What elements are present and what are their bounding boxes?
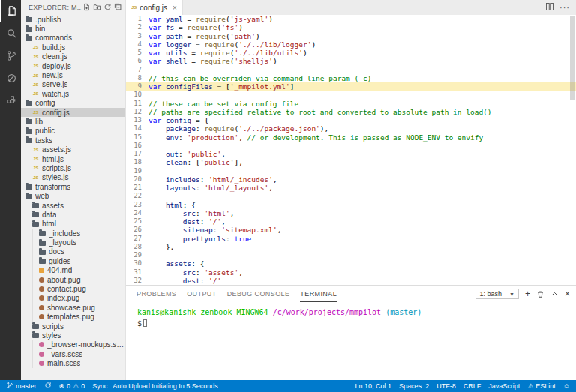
code-line-3[interactable]: 3var path = require('path'): [126, 32, 576, 40]
terminal-shell-select[interactable]: 1: bash ▼: [476, 289, 519, 299]
code-line-7[interactable]: 7: [126, 66, 576, 74]
tree-item-serve.js[interactable]: JSserve.js: [21, 80, 125, 89]
code-line-31[interactable]: 31 src: 'assets',: [126, 268, 576, 277]
tree-item-bin[interactable]: bin: [21, 24, 125, 33]
tree-item-commands[interactable]: commands: [21, 34, 125, 43]
activity-extensions[interactable]: [0, 90, 21, 112]
code-line-27[interactable]: 27 prettyurls: true: [126, 235, 576, 243]
maximize-panel-icon[interactable]: [550, 290, 559, 298]
new-folder-icon[interactable]: [93, 3, 101, 13]
tree-item-data[interactable]: data: [21, 210, 125, 219]
code-line-32[interactable]: 32 dest: '/': [126, 277, 576, 285]
tab-close-icon[interactable]: ×: [172, 4, 177, 12]
tree-item-main.scss[interactable]: main.scss: [21, 358, 125, 367]
tree-item-web[interactable]: web: [21, 191, 125, 200]
code-line-17[interactable]: 17 out: 'public',: [126, 150, 576, 158]
tree-item-clean.js[interactable]: JSclean.js: [21, 52, 125, 61]
code-line-12[interactable]: 12// paths are specified relative to roo…: [126, 108, 576, 116]
tab-config-js[interactable]: JS config.js ×: [126, 0, 183, 15]
tree-item-about.pug[interactable]: about.pug: [21, 275, 125, 284]
close-panel-icon[interactable]: ×: [565, 290, 570, 298]
panel-tab-debug-console[interactable]: DEBUG CONSOLE: [227, 286, 290, 302]
tree-item-lib[interactable]: lib: [21, 117, 125, 126]
tree-item-styles[interactable]: styles: [21, 331, 125, 340]
activity-explorer[interactable]: [0, 0, 21, 22]
sync-status[interactable]: [44, 382, 52, 391]
activity-search[interactable]: [0, 22, 21, 45]
cursor-position[interactable]: Ln 10, Col 1: [356, 382, 392, 390]
tree-item-transforms[interactable]: transforms: [21, 182, 125, 191]
code-line-28[interactable]: 28 },: [126, 243, 576, 251]
editor-scrollbar[interactable]: [568, 15, 576, 285]
tree-item-_includes[interactable]: _includes: [21, 229, 125, 238]
code-line-1[interactable]: 1var yaml = require('js-yaml'): [126, 15, 576, 23]
tree-item-watch.js[interactable]: JSwatch.js: [21, 89, 125, 98]
panel-tab-output[interactable]: OUTPUT: [187, 286, 216, 302]
tree-item-html.js[interactable]: JShtml.js: [21, 154, 125, 163]
terminal-input-line[interactable]: $: [137, 318, 576, 329]
code-line-22[interactable]: 22: [126, 192, 576, 200]
panel-tab-problems[interactable]: PROBLEMS: [136, 286, 176, 302]
code-line-9[interactable]: 9var configFiles = ['_mmpilot.yml']: [126, 82, 576, 91]
tree-item-scripts.js[interactable]: JSscripts.js: [21, 163, 125, 172]
collapse-all-icon[interactable]: [114, 3, 122, 13]
kill-terminal-icon[interactable]: [536, 290, 544, 298]
code-line-23[interactable]: 23 html: {: [126, 201, 576, 209]
line-endings[interactable]: CRLF: [464, 382, 482, 390]
code-line-26[interactable]: 26 sitemap: 'sitemap.xml',: [126, 226, 576, 234]
tree-item-deploy.js[interactable]: JSdeploy.js: [21, 61, 125, 70]
tree-item-404.md[interactable]: 404.md: [21, 266, 125, 275]
tree-item-assets[interactable]: assets: [21, 201, 125, 210]
tree-item-tasks[interactable]: tasks: [21, 136, 125, 145]
code-line-25[interactable]: 25 dest: '/',: [126, 217, 576, 226]
code-line-24[interactable]: 24 src: 'html',: [126, 209, 576, 217]
code-line-20[interactable]: 20 includes: 'html/_incudes',: [126, 175, 576, 184]
git-branch-status[interactable]: master: [6, 382, 37, 391]
activity-debug[interactable]: [0, 67, 21, 90]
code-line-15[interactable]: 15 env: 'production', // or development.…: [126, 133, 576, 142]
new-file-icon[interactable]: [82, 3, 91, 13]
tree-item-_layouts[interactable]: _layouts: [21, 238, 125, 247]
terminal[interactable]: kanis@kanishk-zenbook MINGW64 /c/work/pr…: [126, 302, 576, 380]
tree-item-_browser-mockups.scss[interactable]: _browser-mockups.scss: [21, 340, 125, 349]
code-line-29[interactable]: 29: [126, 251, 576, 259]
code-line-18[interactable]: 18 clean: ['public'],: [126, 158, 576, 166]
code-line-5[interactable]: 5var utils = require('./../lib/utils'): [126, 49, 576, 57]
code-line-10[interactable]: 10: [126, 91, 576, 99]
code-line-13[interactable]: 13var config = {: [126, 116, 576, 124]
indentation-setting[interactable]: Spaces: 2: [399, 382, 429, 390]
split-editor-icon[interactable]: [545, 2, 554, 13]
new-terminal-icon[interactable]: +: [525, 290, 530, 298]
tree-item-config.js[interactable]: JSconfig.js: [21, 108, 125, 117]
code-line-2[interactable]: 2var fs = require('fs'): [126, 23, 576, 31]
panel-tab-terminal[interactable]: TERMINAL: [300, 286, 337, 302]
code-line-16[interactable]: 16: [126, 142, 576, 150]
tree-item-build.js[interactable]: JSbuild.js: [21, 43, 125, 52]
code-line-14[interactable]: 14 package: require('./../package.json')…: [126, 124, 576, 133]
tree-item-_vars.scss[interactable]: _vars.scss: [21, 349, 125, 358]
code-editor[interactable]: 1var yaml = require('js-yaml')2var fs = …: [126, 15, 576, 285]
tree-item-public[interactable]: public: [21, 127, 125, 136]
tree-item-html[interactable]: html: [21, 220, 125, 229]
tree-item-guides[interactable]: guides: [21, 256, 125, 265]
more-actions-icon[interactable]: ···: [560, 3, 570, 12]
language-mode[interactable]: JavaScript: [488, 382, 520, 390]
activity-source-control[interactable]: [0, 45, 21, 67]
tree-item-scripts[interactable]: scripts: [21, 322, 125, 331]
tree-item-docs[interactable]: docs: [21, 247, 125, 256]
tree-item-index.pug[interactable]: index.pug: [21, 294, 125, 303]
problems-status[interactable]: ⊗ 0 ⚠ 0: [59, 382, 86, 390]
tree-item-showcase.pug[interactable]: showcase.pug: [21, 303, 125, 312]
linter-status[interactable]: ⚠ ESLint: [527, 382, 556, 390]
tree-item-new.js[interactable]: JSnew.js: [21, 70, 125, 79]
tree-item-.publish[interactable]: .publish: [21, 15, 125, 24]
scrollbar-thumb[interactable]: [570, 16, 574, 100]
code-line-6[interactable]: 6var shell = require('shelljs'): [126, 57, 576, 65]
tree-item-config[interactable]: config: [21, 99, 125, 108]
code-line-30[interactable]: 30 assets: {: [126, 259, 576, 268]
tree-item-styles.js[interactable]: JSstyles.js: [21, 173, 125, 182]
code-line-19[interactable]: 19: [126, 167, 576, 175]
tree-item-contact.pug[interactable]: contact.pug: [21, 284, 125, 293]
code-line-4[interactable]: 4var logger = require('./../lib/logger'): [126, 40, 576, 49]
code-line-21[interactable]: 21 layouts: 'html/_layouts',: [126, 184, 576, 192]
